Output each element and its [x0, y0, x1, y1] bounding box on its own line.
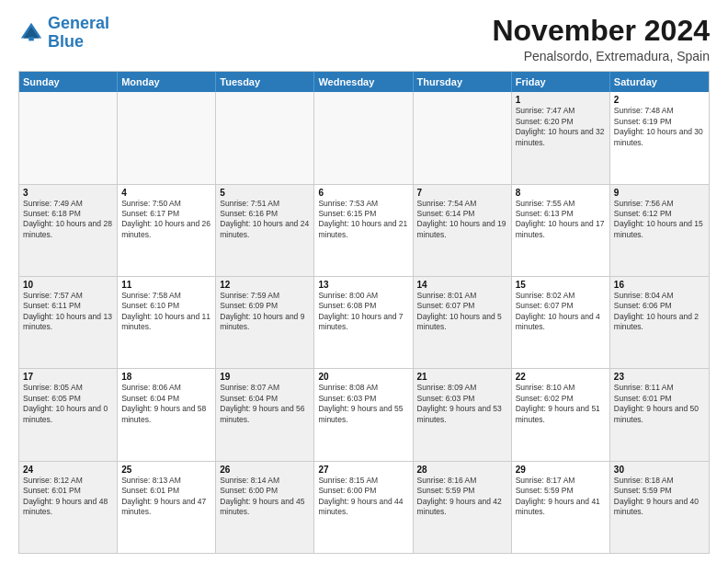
month-title: November 2024	[492, 15, 710, 47]
day-number: 22	[516, 372, 606, 382]
day-number: 15	[516, 280, 606, 290]
day-number: 29	[516, 465, 606, 475]
calendar-header: SundayMondayTuesdayWednesdayThursdayFrid…	[19, 72, 709, 92]
day-number: 1	[516, 95, 606, 105]
day-number: 14	[417, 280, 507, 290]
cal-cell-10: 10Sunrise: 7:57 AM Sunset: 6:11 PM Dayli…	[19, 277, 118, 368]
cell-info: Sunrise: 8:11 AM Sunset: 6:01 PM Dayligh…	[614, 383, 705, 425]
cal-cell-15: 15Sunrise: 8:02 AM Sunset: 6:07 PM Dayli…	[512, 277, 610, 368]
cal-cell-17: 17Sunrise: 8:05 AM Sunset: 6:05 PM Dayli…	[19, 369, 118, 460]
day-number: 12	[220, 280, 310, 290]
cell-info: Sunrise: 8:15 AM Sunset: 6:00 PM Dayligh…	[318, 476, 408, 518]
cal-cell-29: 29Sunrise: 8:17 AM Sunset: 5:59 PM Dayli…	[512, 462, 610, 553]
cal-cell-22: 22Sunrise: 8:10 AM Sunset: 6:02 PM Dayli…	[512, 369, 610, 460]
day-number: 19	[220, 372, 310, 382]
header-day-friday: Friday	[512, 72, 610, 92]
day-number: 9	[614, 188, 705, 198]
day-number: 4	[121, 188, 211, 198]
cal-cell-25: 25Sunrise: 8:13 AM Sunset: 6:01 PM Dayli…	[118, 462, 216, 553]
cal-cell-4: 4Sunrise: 7:50 AM Sunset: 6:17 PM Daylig…	[118, 185, 216, 276]
logo: General Blue	[18, 15, 109, 52]
cal-cell-6: 6Sunrise: 7:53 AM Sunset: 6:15 PM Daylig…	[314, 185, 413, 276]
header: General Blue November 2024 Penalsordo, E…	[18, 15, 710, 63]
header-day-wednesday: Wednesday	[314, 72, 413, 92]
cell-info: Sunrise: 8:12 AM Sunset: 6:01 PM Dayligh…	[23, 476, 113, 518]
cell-info: Sunrise: 7:47 AM Sunset: 6:20 PM Dayligh…	[516, 106, 606, 148]
cal-cell-26: 26Sunrise: 8:14 AM Sunset: 6:00 PM Dayli…	[216, 462, 314, 553]
day-number: 10	[23, 280, 113, 290]
cal-cell-3: 3Sunrise: 7:49 AM Sunset: 6:18 PM Daylig…	[19, 185, 118, 276]
day-number: 7	[417, 188, 507, 198]
logo-icon	[18, 20, 44, 46]
header-day-saturday: Saturday	[610, 72, 709, 92]
day-number: 6	[318, 188, 408, 198]
title-block: November 2024 Penalsordo, Extremadura, S…	[492, 15, 710, 63]
cal-cell-28: 28Sunrise: 8:16 AM Sunset: 5:59 PM Dayli…	[414, 462, 512, 553]
calendar-body: 1Sunrise: 7:47 AM Sunset: 6:20 PM Daylig…	[19, 92, 709, 553]
calendar-row-2: 10Sunrise: 7:57 AM Sunset: 6:11 PM Dayli…	[19, 276, 709, 368]
cal-cell-8: 8Sunrise: 7:55 AM Sunset: 6:13 PM Daylig…	[512, 185, 610, 276]
cell-info: Sunrise: 8:17 AM Sunset: 5:59 PM Dayligh…	[516, 476, 606, 518]
cell-info: Sunrise: 7:49 AM Sunset: 6:18 PM Dayligh…	[23, 199, 113, 241]
cell-info: Sunrise: 7:54 AM Sunset: 6:14 PM Dayligh…	[417, 199, 507, 241]
cal-cell-19: 19Sunrise: 8:07 AM Sunset: 6:04 PM Dayli…	[216, 369, 314, 460]
header-day-monday: Monday	[118, 72, 216, 92]
cal-cell-empty-0-4	[414, 92, 512, 183]
cell-info: Sunrise: 8:18 AM Sunset: 5:59 PM Dayligh…	[614, 476, 705, 518]
cal-cell-13: 13Sunrise: 8:00 AM Sunset: 6:08 PM Dayli…	[314, 277, 413, 368]
calendar-row-4: 24Sunrise: 8:12 AM Sunset: 6:01 PM Dayli…	[19, 461, 709, 553]
cal-cell-9: 9Sunrise: 7:56 AM Sunset: 6:12 PM Daylig…	[610, 185, 709, 276]
location: Penalsordo, Extremadura, Spain	[492, 49, 710, 63]
cal-cell-empty-0-0	[19, 92, 118, 183]
cell-info: Sunrise: 8:08 AM Sunset: 6:03 PM Dayligh…	[318, 383, 408, 425]
day-number: 8	[516, 188, 606, 198]
day-number: 27	[318, 465, 408, 475]
svg-rect-2	[28, 37, 34, 40]
cal-cell-21: 21Sunrise: 8:09 AM Sunset: 6:03 PM Dayli…	[414, 369, 512, 460]
cal-cell-20: 20Sunrise: 8:08 AM Sunset: 6:03 PM Dayli…	[314, 369, 413, 460]
day-number: 11	[121, 280, 211, 290]
cell-info: Sunrise: 8:10 AM Sunset: 6:02 PM Dayligh…	[516, 383, 606, 425]
day-number: 23	[614, 372, 705, 382]
day-number: 18	[121, 372, 211, 382]
day-number: 26	[220, 465, 310, 475]
cal-cell-5: 5Sunrise: 7:51 AM Sunset: 6:16 PM Daylig…	[216, 185, 314, 276]
cell-info: Sunrise: 8:13 AM Sunset: 6:01 PM Dayligh…	[121, 476, 211, 518]
day-number: 30	[614, 465, 705, 475]
calendar: SundayMondayTuesdayWednesdayThursdayFrid…	[18, 71, 710, 554]
cal-cell-16: 16Sunrise: 8:04 AM Sunset: 6:06 PM Dayli…	[610, 277, 709, 368]
header-day-sunday: Sunday	[19, 72, 118, 92]
cell-info: Sunrise: 7:55 AM Sunset: 6:13 PM Dayligh…	[516, 199, 606, 241]
cal-cell-7: 7Sunrise: 7:54 AM Sunset: 6:14 PM Daylig…	[414, 185, 512, 276]
day-number: 24	[23, 465, 113, 475]
day-number: 17	[23, 372, 113, 382]
header-day-thursday: Thursday	[414, 72, 512, 92]
logo-blue: Blue	[48, 32, 84, 51]
cell-info: Sunrise: 8:01 AM Sunset: 6:07 PM Dayligh…	[417, 291, 507, 333]
cell-info: Sunrise: 8:09 AM Sunset: 6:03 PM Dayligh…	[417, 383, 507, 425]
cell-info: Sunrise: 8:07 AM Sunset: 6:04 PM Dayligh…	[220, 383, 310, 425]
cal-cell-empty-0-3	[314, 92, 413, 183]
day-number: 20	[318, 372, 408, 382]
cell-info: Sunrise: 7:50 AM Sunset: 6:17 PM Dayligh…	[121, 199, 211, 241]
day-number: 21	[417, 372, 507, 382]
cal-cell-empty-0-2	[216, 92, 314, 183]
cal-cell-23: 23Sunrise: 8:11 AM Sunset: 6:01 PM Dayli…	[610, 369, 709, 460]
cal-cell-2: 2Sunrise: 7:48 AM Sunset: 6:19 PM Daylig…	[610, 92, 709, 183]
day-number: 13	[318, 280, 408, 290]
day-number: 28	[417, 465, 507, 475]
cal-cell-empty-0-1	[118, 92, 216, 183]
cell-info: Sunrise: 8:14 AM Sunset: 6:00 PM Dayligh…	[220, 476, 310, 518]
day-number: 2	[614, 95, 705, 105]
cell-info: Sunrise: 7:51 AM Sunset: 6:16 PM Dayligh…	[220, 199, 310, 241]
day-number: 3	[23, 188, 113, 198]
cell-info: Sunrise: 8:02 AM Sunset: 6:07 PM Dayligh…	[516, 291, 606, 333]
day-number: 25	[121, 465, 211, 475]
cell-info: Sunrise: 7:57 AM Sunset: 6:11 PM Dayligh…	[23, 291, 113, 333]
cal-cell-24: 24Sunrise: 8:12 AM Sunset: 6:01 PM Dayli…	[19, 462, 118, 553]
logo-text: General Blue	[48, 15, 109, 52]
cal-cell-27: 27Sunrise: 8:15 AM Sunset: 6:00 PM Dayli…	[314, 462, 413, 553]
cal-cell-12: 12Sunrise: 7:59 AM Sunset: 6:09 PM Dayli…	[216, 277, 314, 368]
calendar-row-3: 17Sunrise: 8:05 AM Sunset: 6:05 PM Dayli…	[19, 368, 709, 460]
cell-info: Sunrise: 8:00 AM Sunset: 6:08 PM Dayligh…	[318, 291, 408, 333]
